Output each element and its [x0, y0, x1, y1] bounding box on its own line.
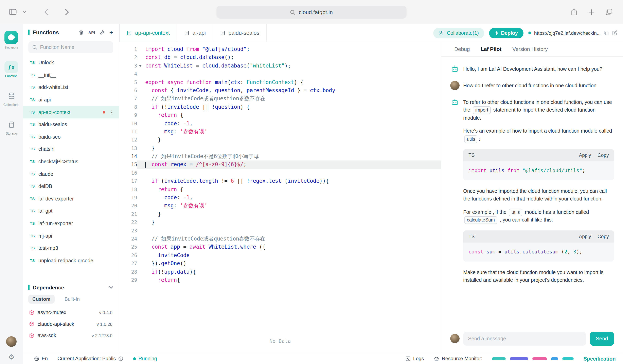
code-line-3[interactable]: 3const WhiteList = cloud.database("white…	[119, 62, 441, 70]
editor-tab-baidu-sealos[interactable]: baidu-sealos	[213, 24, 267, 42]
settings-icon[interactable]: ⚙	[8, 353, 15, 360]
sidebar-toggle-icon[interactable]	[9, 9, 17, 15]
code-line-14[interactable]: 14 // 如果inviteCode不是6位数字和小写字母	[119, 152, 441, 161]
tab-custom[interactable]: Custom	[28, 295, 54, 303]
code-line-4[interactable]: 4	[119, 70, 441, 78]
function-item-add-whiteList[interactable]: TSadd-whiteList	[23, 81, 119, 94]
message-input-box[interactable]	[463, 332, 586, 345]
function-item-ai-api[interactable]: TSai-api	[23, 94, 119, 106]
code-line-5[interactable]: 5export async function main(ctx: Functio…	[119, 78, 441, 86]
function-item-test-mp3[interactable]: TStest-mp3	[23, 242, 119, 254]
add-function-button[interactable]: +	[109, 29, 113, 36]
function-item-chatsiri[interactable]: TSchatsiri	[23, 143, 119, 155]
code-line-10[interactable]: 10 code: -1,	[119, 120, 441, 128]
code-line-6[interactable]: 6 const { inviteCode, question, parentMe…	[119, 86, 441, 95]
code-line-12[interactable]: 12 }	[119, 136, 441, 144]
code-line-11[interactable]: 11 msg: '参数有误'	[119, 128, 441, 136]
function-item-baidu-seo[interactable]: TSbaidu-seo	[23, 131, 119, 143]
function-item-mj-api[interactable]: TSmj-api	[23, 230, 119, 242]
sidebar-item-storage[interactable]: Storage	[0, 119, 23, 135]
more-menu-icon[interactable]: ⋮	[109, 109, 114, 115]
code-line-13[interactable]: 13 }	[119, 144, 441, 152]
apply-button[interactable]: Apply	[579, 233, 591, 239]
copy-button[interactable]: Copy	[598, 233, 609, 239]
tab-debug[interactable]: Debug	[454, 46, 470, 52]
code-line-20[interactable]: 20 msg: '参数有误'	[119, 202, 441, 210]
function-item-checkMjPicStatus[interactable]: TScheckMjPicStatus	[23, 156, 119, 168]
dependency-item-claude-api-slack[interactable]: claude-api-slackv 1.0.28	[23, 318, 119, 330]
code-line-9[interactable]: 9 return {	[119, 111, 441, 120]
function-item-ap-api-context[interactable]: TSap-api-context⋮	[23, 106, 119, 119]
function-search-input[interactable]	[40, 44, 109, 50]
code-line-18[interactable]: 18 return {	[119, 185, 441, 194]
code-line-7[interactable]: 7 // 如果inviteCode或者question参数不存在	[119, 95, 441, 103]
editor-tab-ai-api[interactable]: ai-api	[177, 24, 213, 42]
code-line-22[interactable]: 22 }	[119, 218, 441, 226]
function-search[interactable]	[28, 41, 113, 53]
toolbar-chevron-icon[interactable]	[23, 11, 26, 13]
deployment-url[interactable]: https://qjq7e2.laf.dev/checkin...	[534, 30, 601, 36]
copy-button[interactable]: Copy	[598, 152, 609, 158]
send-button[interactable]: Send	[590, 332, 614, 345]
deploy-button[interactable]: Deploy	[489, 28, 523, 38]
dependency-item-async-mutex[interactable]: async-mutexv 0.4.0	[23, 307, 119, 318]
edit-url-icon[interactable]	[612, 30, 617, 36]
code-line-15[interactable]: 15 const regex = /^[a-z0-9]{6}$/;	[119, 161, 441, 169]
sidebar-item-collections[interactable]: Collections	[0, 90, 23, 107]
fold-icon[interactable]	[138, 65, 142, 67]
function-item-laf-dev-exporter[interactable]: TSlaf-dev-exporter	[23, 193, 119, 205]
code-line-26[interactable]: 26 inviteCode	[119, 251, 441, 260]
tools-icon[interactable]	[100, 30, 105, 35]
function-item-laf-gpt[interactable]: TSlaf-gpt	[23, 205, 119, 217]
code-line-2[interactable]: 2const db = cloud.database();	[119, 54, 441, 62]
code-line-28[interactable]: 28 if(!app.data){	[119, 268, 441, 276]
message-input[interactable]	[468, 336, 581, 341]
language-button[interactable]: En	[34, 356, 48, 361]
laf-logo[interactable]	[5, 31, 18, 44]
resource-monitor[interactable]: Resource Monitor:	[434, 356, 482, 361]
new-tab-button[interactable]	[588, 9, 595, 15]
back-button[interactable]	[44, 8, 48, 16]
code-line-8[interactable]: 8 if (!inviteCode || !question) {	[119, 103, 441, 111]
code-line-17[interactable]: 17 if (inviteCode.length != 6 || !regex.…	[119, 177, 441, 185]
code-line-16[interactable]: 16	[119, 169, 441, 177]
editor-tab-ap-api-context[interactable]: ap-api-context	[119, 24, 177, 42]
dependency-item-aws-sdk[interactable]: aws-sdkv 2.1273.0	[23, 330, 119, 341]
line-number: 29	[119, 276, 137, 284]
tab-built-in[interactable]: Built-In	[61, 295, 84, 303]
code-line-24[interactable]: 24 // 如果inviteCode或者question参数不存在	[119, 235, 441, 243]
code-line-29[interactable]: 29 return{	[119, 276, 441, 284]
dependency-name: aws-sdk	[38, 333, 56, 339]
tab-laf-pilot[interactable]: Laf Pilot	[481, 46, 502, 52]
user-avatar[interactable]	[6, 336, 17, 347]
function-item-unpload-redpack-qrcode[interactable]: TSunpload-redpack-qrcode	[23, 254, 119, 267]
share-button[interactable]	[571, 8, 577, 16]
code-line-21[interactable]: 21 }	[119, 210, 441, 219]
logs-button[interactable]: Logs	[405, 356, 424, 361]
code-line-1[interactable]: 1import cloud from "@lafjs/cloud";	[119, 45, 441, 54]
function-item-__init__[interactable]: TS__init__	[23, 69, 119, 81]
address-bar[interactable]: cloud.fatgpt.in	[216, 6, 407, 19]
apply-button[interactable]: Apply	[579, 152, 591, 158]
trash-icon[interactable]	[79, 30, 84, 35]
function-item-delDB[interactable]: TSdelDB	[23, 180, 119, 193]
code-line-23[interactable]: 23	[119, 226, 441, 235]
collapse-chevron-icon[interactable]	[109, 286, 113, 289]
info-icon[interactable]	[118, 356, 124, 361]
code-line-19[interactable]: 19 code: -1,	[119, 194, 441, 202]
tab-version-history[interactable]: Version History	[512, 46, 548, 52]
specification-link[interactable]: Specification	[583, 356, 616, 362]
copy-url-icon[interactable]	[603, 30, 609, 36]
fold-zone	[137, 95, 143, 103]
code-line-27[interactable]: 27 }).getOne()	[119, 260, 441, 268]
code-line-25[interactable]: 25 const app = await WhiteList.where ({	[119, 243, 441, 251]
tab-overview-button[interactable]	[606, 8, 612, 15]
function-item-claude[interactable]: TSclaude	[23, 168, 119, 180]
function-item-Unlock[interactable]: TSUnlock	[23, 57, 119, 69]
function-item-baidu-sealos[interactable]: TSbaidu-sealos	[23, 119, 119, 131]
collaborate-button[interactable]: Collaborate(1)	[433, 28, 484, 38]
api-button[interactable]: API	[89, 30, 95, 35]
sidebar-item-function[interactable]: ƒx Function	[0, 61, 23, 78]
function-item-laf-run-exporter[interactable]: TSlaf-run-exporter	[23, 217, 119, 230]
forward-button[interactable]	[65, 8, 69, 16]
